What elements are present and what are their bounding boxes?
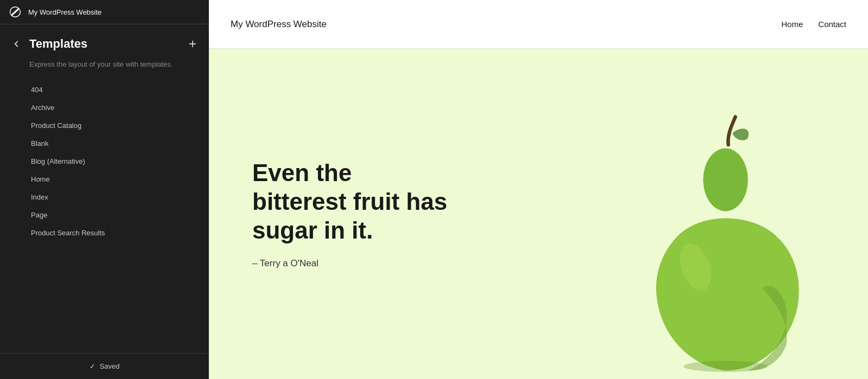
sidebar-footer: ✓ Saved bbox=[0, 353, 209, 379]
preview-nav: Home Contact bbox=[781, 20, 846, 29]
template-item-page[interactable]: Page bbox=[0, 206, 209, 224]
page-title: Templates bbox=[29, 37, 180, 51]
templates-list: 404 Archive Product Catalog Blank Blog (… bbox=[0, 79, 209, 354]
hero-text-block: Even the bitterest fruit has sugar in it… bbox=[209, 126, 491, 301]
hero-attribution: – Terry a O'Neal bbox=[252, 258, 448, 269]
svg-point-4 bbox=[684, 361, 768, 372]
hero-section: Even the bitterest fruit has sugar in it… bbox=[209, 49, 868, 379]
template-item-product-search-results[interactable]: Product Search Results bbox=[0, 224, 209, 242]
add-template-button[interactable] bbox=[185, 36, 200, 52]
site-header-preview: My WordPress Website Home Contact bbox=[209, 0, 868, 49]
template-item-product-catalog[interactable]: Product Catalog bbox=[0, 117, 209, 134]
saved-check-icon: ✓ bbox=[90, 362, 95, 370]
template-item-index[interactable]: Index bbox=[0, 188, 209, 206]
template-item-blank[interactable]: Blank bbox=[0, 134, 209, 152]
preview-site-name: My WordPress Website bbox=[231, 19, 327, 30]
sidebar-header: Templates bbox=[0, 24, 209, 55]
pear-svg bbox=[613, 113, 841, 379]
pear-illustration bbox=[586, 97, 868, 379]
template-item-home[interactable]: Home bbox=[0, 170, 209, 188]
main-content: My WordPress Website Home Contact Even t… bbox=[209, 0, 868, 379]
nav-item-contact[interactable]: Contact bbox=[818, 20, 846, 29]
site-name-topbar: My WordPress Website bbox=[28, 8, 101, 16]
template-item-blog-alternative[interactable]: Blog (Alternative) bbox=[0, 152, 209, 170]
sidebar: My WordPress Website Templates Express t… bbox=[0, 0, 209, 379]
saved-label: Saved bbox=[100, 362, 120, 370]
svg-point-2 bbox=[703, 148, 748, 211]
hero-quote: Even the bitterest fruit has sugar in it… bbox=[252, 159, 448, 245]
template-item-404[interactable]: 404 bbox=[0, 81, 209, 99]
back-button[interactable] bbox=[9, 36, 24, 52]
wp-logo-icon bbox=[8, 4, 23, 20]
nav-item-home[interactable]: Home bbox=[781, 20, 803, 29]
template-item-archive[interactable]: Archive bbox=[0, 99, 209, 117]
top-bar: My WordPress Website bbox=[0, 0, 209, 24]
sidebar-description: Express the layout of your site with tem… bbox=[0, 55, 209, 79]
